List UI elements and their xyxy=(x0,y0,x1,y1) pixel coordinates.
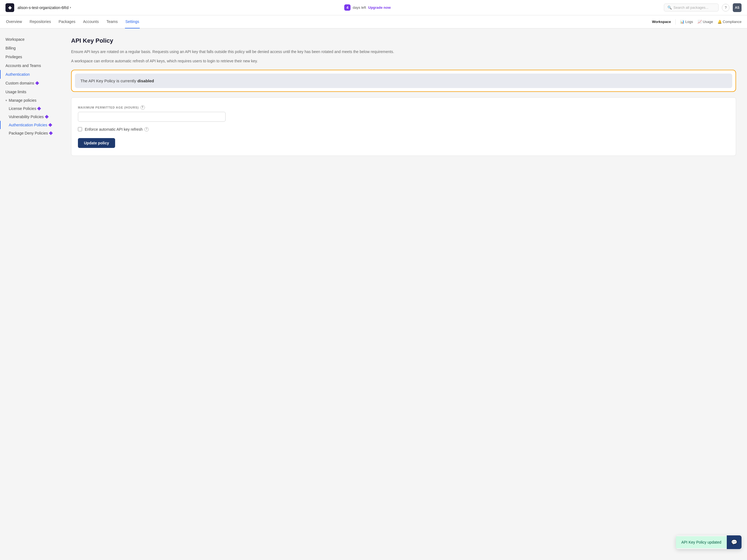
max-age-input[interactable] xyxy=(78,112,226,122)
chevron-down-icon: ▾ xyxy=(5,99,7,102)
help-icon-age[interactable]: ? xyxy=(140,105,145,110)
description-1: Ensure API keys are rotated on a regular… xyxy=(71,49,736,55)
sidebar-item-authentication-policies[interactable]: Authentication Policies xyxy=(0,121,60,129)
org-selector[interactable]: alison-s-test-organization-6Rd ▾ xyxy=(18,5,71,10)
nav-packages[interactable]: Packages xyxy=(58,15,76,28)
sidebar-item-workspace[interactable]: Workspace xyxy=(0,35,60,44)
top-nav-left: ◆ alison-s-test-organization-6Rd ▾ xyxy=(5,3,71,12)
sidebar-item-license-policies[interactable]: License Policies xyxy=(0,104,60,113)
nav-teams[interactable]: Teams xyxy=(106,15,118,28)
auto-refresh-checkbox[interactable] xyxy=(78,127,82,131)
sidebar-item-package-deny-policies[interactable]: Package Deny Policies xyxy=(0,129,60,137)
compliance-link[interactable]: 🔔 Compliance xyxy=(718,20,742,24)
checkbox-row: Enforce automatic API key refresh ? xyxy=(78,127,729,131)
days-left-label: days left xyxy=(353,5,366,9)
trial-banner: 4 days left Upgrade now xyxy=(71,4,664,11)
manage-policies-header[interactable]: ▾ Manage policies xyxy=(0,96,60,104)
diamond-icon xyxy=(45,115,49,119)
app-logo: ◆ xyxy=(5,3,14,12)
sidebar-item-billing[interactable]: Billing xyxy=(0,44,60,52)
help-button[interactable]: ? xyxy=(722,4,729,11)
status-disabled: disabled xyxy=(137,78,154,83)
nav-accounts[interactable]: Accounts xyxy=(83,15,100,28)
help-icon-refresh[interactable]: ? xyxy=(145,127,149,131)
form-label-age: MAXIMUM PERMITTED AGE (HOURS) ? xyxy=(78,105,729,110)
diamond-icon xyxy=(48,123,52,127)
toast-message: API Key Policy updated xyxy=(676,536,727,548)
sidebar-item-privileges[interactable]: Privileges xyxy=(0,52,60,61)
sidebar-item-authentication[interactable]: Authentication xyxy=(0,70,60,79)
status-text: The API Key Policy is currently xyxy=(80,78,137,83)
main-content: API Key Policy Ensure API keys are rotat… xyxy=(60,28,747,560)
sidebar-item-usage-limits[interactable]: Usage limits xyxy=(0,87,60,96)
logs-link[interactable]: 📊 Logs xyxy=(680,20,693,24)
sec-nav-right: Workspace 📊 Logs 📈 Usage 🔔 Compliance xyxy=(652,19,742,25)
search-icon: 🔍 xyxy=(667,5,672,9)
description-2: A workspace can enforce automatic refres… xyxy=(71,58,736,64)
search-placeholder: Search all packages... xyxy=(673,5,709,9)
sidebar-item-vulnerability-policies[interactable]: Vulnerability Policies xyxy=(0,113,60,121)
nav-divider xyxy=(675,19,676,25)
secondary-nav: Overview Repositories Packages Accounts … xyxy=(0,15,747,28)
days-badge: 4 xyxy=(344,4,351,11)
status-box-wrapper: The API Key Policy is currently disabled xyxy=(71,70,736,92)
update-policy-button[interactable]: Update policy xyxy=(78,138,115,148)
top-nav: ◆ alison-s-test-organization-6Rd ▾ 4 day… xyxy=(0,0,747,15)
diamond-icon xyxy=(49,131,53,135)
page-title: API Key Policy xyxy=(71,37,736,44)
user-avatar[interactable]: AS xyxy=(733,3,742,12)
sidebar-item-accounts-teams[interactable]: Accounts and Teams xyxy=(0,61,60,70)
nav-repositories[interactable]: Repositories xyxy=(29,15,51,28)
upgrade-link[interactable]: Upgrade now xyxy=(368,5,391,9)
main-layout: Workspace Billing Privileges Accounts an… xyxy=(0,28,747,560)
nav-settings[interactable]: Settings xyxy=(125,15,140,28)
toast-notification: API Key Policy updated 💬 xyxy=(676,535,742,549)
sidebar: Workspace Billing Privileges Accounts an… xyxy=(0,28,60,560)
usage-link[interactable]: 📈 Usage xyxy=(697,20,713,24)
auto-refresh-label: Enforce automatic API key refresh ? xyxy=(85,127,149,131)
diamond-icon xyxy=(35,81,39,85)
toast-chat-icon[interactable]: 💬 xyxy=(727,535,742,549)
sec-nav-links: Overview Repositories Packages Accounts … xyxy=(5,15,652,28)
search-box[interactable]: 🔍 Search all packages... xyxy=(664,4,719,11)
diamond-icon xyxy=(37,107,41,110)
sidebar-item-custom-domains[interactable]: Custom domains xyxy=(0,79,60,87)
workspace-link[interactable]: Workspace xyxy=(652,20,671,24)
top-nav-right: 🔍 Search all packages... ? AS xyxy=(664,3,742,12)
nav-overview[interactable]: Overview xyxy=(5,15,22,28)
form-card: MAXIMUM PERMITTED AGE (HOURS) ? Enforce … xyxy=(71,97,736,156)
status-box: The API Key Policy is currently disabled xyxy=(75,74,732,88)
